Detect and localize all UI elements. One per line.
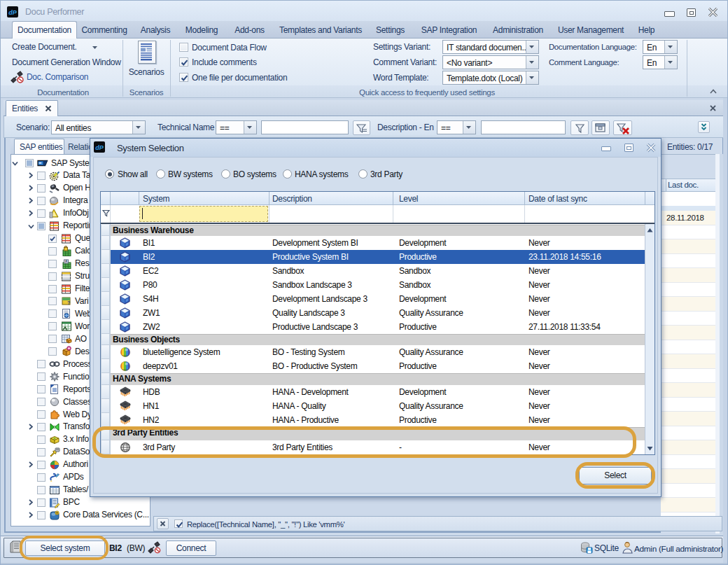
svg-text:dP: dP bbox=[8, 9, 17, 16]
svg-text:A: A bbox=[65, 259, 68, 263]
svg-text:dP: dP bbox=[95, 144, 104, 151]
svg-text:?: ? bbox=[67, 300, 70, 305]
